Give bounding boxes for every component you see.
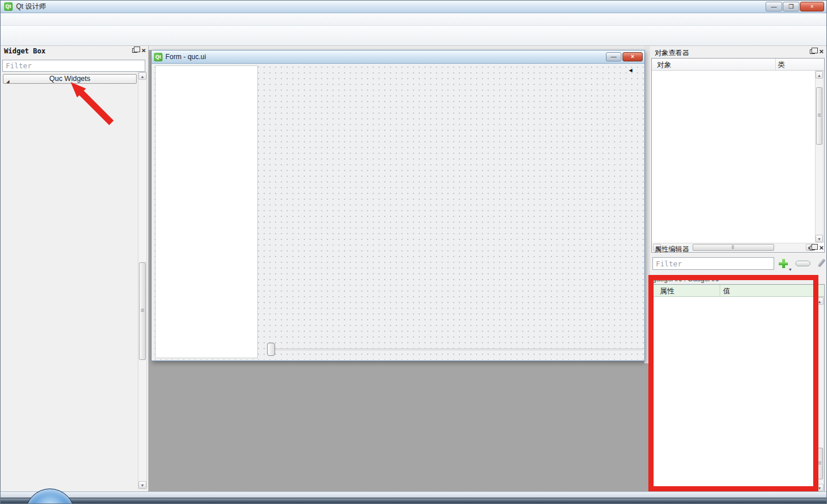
close-panel-icon[interactable]: × (141, 48, 146, 53)
toolbar (1, 26, 826, 46)
scroll-down-icon[interactable]: ▼ (816, 484, 824, 491)
add-dynamic-property-button[interactable] (777, 257, 790, 270)
property-rows (652, 297, 814, 492)
scroll-handle[interactable] (139, 262, 146, 360)
form-title-bar[interactable]: Qt Form - quc.ui — × (152, 51, 644, 64)
property-table-scrollbar[interactable]: ▲ ▼ (815, 297, 824, 492)
close-button[interactable]: × (800, 2, 824, 11)
property-editor-title-text: 属性编辑器 (655, 245, 689, 253)
property-table-header: 属性 值 (652, 285, 824, 297)
selected-object-class-line: gaugeArc : GaugeArc (652, 275, 814, 284)
windows-taskbar (1, 498, 826, 504)
section-expander-icon: ◢ (6, 77, 9, 86)
form-title: Form - quc.ui (165, 53, 206, 61)
form-minimize-button[interactable]: — (606, 52, 621, 61)
object-inspector-title: 对象查看器 × (650, 47, 826, 58)
property-filter-input[interactable] (652, 257, 774, 270)
close-panel-icon[interactable]: × (819, 245, 824, 250)
qt-form-icon: Qt (154, 53, 163, 61)
object-tree-scrollbar[interactable]: ▲ ▼ (815, 71, 824, 243)
float-panel-icon[interactable] (810, 246, 815, 250)
slider-handle[interactable] (267, 343, 275, 356)
property-table: 属性 值 ▲ ▼ (651, 284, 825, 493)
mdi-area: Qt Form - quc.ui — × ◀ (149, 46, 650, 493)
scroll-up-icon[interactable]: ▲ (816, 71, 823, 79)
window-title: Qt 设计师 (16, 2, 46, 11)
qt-logo-icon: Qt (4, 2, 13, 11)
column-class: 类 (778, 60, 785, 70)
widget-box-scrollbar[interactable]: ▲ ▼ (138, 72, 147, 489)
gauge-svg (318, 71, 588, 340)
configure-property-editor-button[interactable] (815, 257, 827, 270)
right-dock: 对象查看器 × 对象 类 ▲ ▼ ◀ ▶ 属性编辑器 × (650, 46, 826, 493)
property-editor-title: 属性编辑器 × (650, 243, 826, 254)
scroll-down-icon[interactable]: ▼ (138, 481, 146, 489)
object-tree (652, 71, 814, 243)
nav-list-widget[interactable] (155, 65, 258, 358)
widget-box-panel: Widget Box × ◢ Quc Widgets ▲ ▼ (1, 46, 149, 491)
widget-list (1, 86, 138, 486)
scroll-handle[interactable] (816, 87, 822, 145)
scroll-handle[interactable] (816, 448, 823, 479)
restore-button[interactable]: ❐ (783, 2, 799, 11)
slider-groove (269, 348, 643, 350)
column-object: 对象 (657, 60, 671, 70)
float-panel-icon[interactable] (810, 49, 815, 54)
object-inspector-title-text: 对象查看器 (655, 49, 689, 57)
widget-box-title-text: Widget Box (4, 47, 45, 55)
minimize-button[interactable]: — (766, 2, 782, 11)
widget-box-title: Widget Box × (1, 46, 148, 57)
form-window[interactable]: Qt Form - quc.ui — × ◀ (151, 50, 645, 361)
gauge-arc-widget[interactable] (318, 71, 588, 340)
mdi-strip-top (149, 46, 650, 50)
horizontal-slider[interactable] (267, 343, 643, 356)
window-frame-bottom (1, 491, 826, 498)
object-inspector-body: 对象 类 ▲ ▼ ◀ ▶ (651, 58, 825, 253)
scroll-up-icon[interactable]: ▲ (138, 72, 146, 80)
float-panel-icon[interactable] (132, 48, 137, 53)
menu-bar (1, 13, 826, 26)
property-editor-toolbar (652, 257, 827, 270)
qt-designer-window: Qt Qt 设计师 — ❐ × Widget Box × ◢ Quc Widge… (0, 0, 827, 504)
close-panel-icon[interactable]: × (819, 49, 824, 54)
column-value: 值 (723, 286, 731, 296)
column-property: 属性 (660, 286, 674, 296)
remove-property-button[interactable] (795, 261, 810, 266)
mdi-strip-right (644, 46, 650, 363)
object-inspector-header: 对象 类 (652, 59, 824, 71)
widget-filter-input[interactable] (2, 60, 145, 72)
form-close-button[interactable]: × (623, 52, 643, 61)
quc-widgets-section-header[interactable]: ◢ Quc Widgets (3, 74, 137, 84)
form-canvas[interactable]: ◀ (152, 64, 644, 360)
scroll-up-icon[interactable]: ▲ (816, 297, 824, 305)
dock-indicator-icon: ◀ (629, 68, 632, 73)
section-label: Quc Widgets (49, 75, 91, 83)
title-bar[interactable]: Qt Qt 设计师 — ❐ × (1, 1, 826, 13)
scroll-down-icon[interactable]: ▼ (816, 235, 823, 242)
